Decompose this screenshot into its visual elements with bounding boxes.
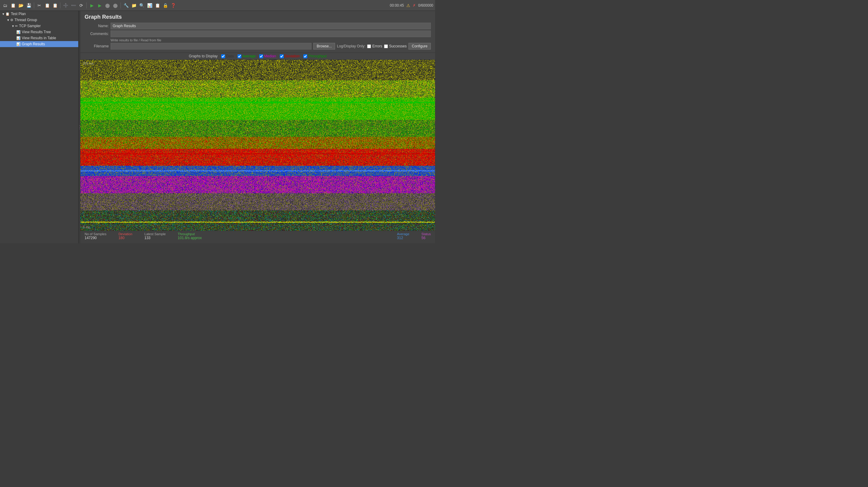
comments-input[interactable] (111, 31, 431, 37)
deviation-value: 180 (118, 236, 132, 240)
errors-label: Errors (372, 44, 382, 48)
status-value: 56 (422, 236, 431, 240)
toolbar-sep-4 (121, 2, 121, 8)
toolbar-sep-1 (34, 2, 34, 8)
sidebar-item-tcp-sampler[interactable]: ▼ ✏ TCP Sampler (0, 23, 78, 29)
toolbar-icon-open[interactable]: 📂 (18, 2, 24, 9)
toolbar-icon-remote-all[interactable]: 📁 (130, 2, 137, 9)
toolbar: 🗂 📋 📂 💾 ✂ 📋 📋 ➕ ➖ ⟳ ▶ ▶ ⬤ ⬤ 🔧 📁 🔍 📊 📋 🔒 … (0, 0, 435, 11)
toolbar-icon-copy[interactable]: 📋 (44, 2, 51, 9)
successes-checkbox-group: Successes (384, 44, 407, 48)
sidebar: ▼ 📋 Test Plan ▼ ⚙ Thread Group ▼ ✏ TCP S… (0, 11, 79, 244)
toolbar-icon-search[interactable]: 🔍 (138, 2, 145, 9)
sidebar-item-thread-group[interactable]: ▼ ⚙ Thread Group (0, 17, 78, 23)
panel-header: Graph Results Name: Comments: Write resu… (81, 11, 435, 53)
chart-canvas (81, 60, 435, 231)
toolbar-icon-paste[interactable]: 📋 (52, 2, 58, 9)
toolbar-sep-3 (86, 2, 87, 8)
samples-stat: No of Samples 147290 (85, 232, 106, 240)
toolbar-icon-lock[interactable]: 🔒 (162, 2, 168, 9)
deviation-checkbox[interactable] (280, 54, 284, 58)
deviation-checkbox-group: Deviation (280, 54, 300, 58)
toolbar-icon-templates[interactable]: 📋 (10, 2, 16, 9)
sidebar-item-view-results-tree[interactable]: 📊 View Results Tree (0, 29, 78, 35)
sidebar-item-label: TCP Sampler (19, 24, 41, 28)
toolbar-icon-assertion[interactable]: 📋 (154, 2, 161, 9)
toolbar-icon-new[interactable]: 🗂 (2, 2, 8, 9)
deviation-label: Deviation (118, 232, 132, 236)
deviation-label: Deviation (285, 54, 300, 58)
browse-button[interactable]: Browse... (313, 43, 335, 50)
thread-group-icon: ⚙ (10, 18, 13, 22)
sidebar-item-test-plan[interactable]: ▼ 📋 Test Plan (0, 11, 78, 17)
sidebar-item-view-results-table[interactable]: 📊 View Results in Table (0, 35, 78, 41)
average-value: 312 (397, 236, 409, 240)
toolbar-icon-save[interactable]: 💾 (25, 2, 32, 9)
toolbar-icon-remote[interactable]: 🔧 (123, 2, 129, 9)
filename-input[interactable] (111, 43, 311, 50)
toolbar-icon-collapse[interactable]: ➖ (70, 2, 77, 9)
results-tree-icon: 📊 (16, 30, 21, 34)
average-label: Average (397, 232, 409, 236)
name-label: Name: (85, 24, 109, 28)
samples-label: No of Samples (85, 232, 106, 236)
data-checkbox[interactable] (221, 54, 225, 58)
average-checkbox-group: Average (238, 54, 256, 58)
throughput-value: 101.8/s approx (178, 236, 202, 240)
deviation-stat: Deviation 180 (118, 232, 132, 240)
graphs-display-row: Graphs to Display Data Average Median De… (81, 53, 435, 60)
toolbar-icon-stop-now[interactable]: ⬤ (112, 2, 119, 9)
arrow-icon: ▼ (11, 25, 14, 28)
tcp-sampler-icon: ✏ (15, 24, 18, 28)
throughput-stat: Throughput 101.8/s approx (178, 232, 202, 240)
toolbar-icon-func-helper[interactable]: 📊 (146, 2, 153, 9)
data-label: Data (226, 54, 234, 58)
sidebar-item-label: View Results in Table (22, 36, 56, 40)
sidebar-item-graph-results[interactable]: 📊 Graph Results (0, 41, 78, 47)
median-checkbox-group: Median (259, 54, 276, 58)
latest-sample-stat: Latest Sample 133 (145, 232, 165, 240)
filename-row: Filename Browse... Log/Display Only: Err… (85, 43, 431, 50)
errors-checkbox[interactable] (367, 44, 371, 48)
successes-checkbox[interactable] (384, 44, 388, 48)
toolbar-icon-help[interactable]: ❓ (170, 2, 177, 9)
average-checkbox[interactable] (238, 54, 241, 58)
throughput-checkbox[interactable] (303, 54, 307, 58)
name-input[interactable] (111, 23, 431, 29)
status-label: Status (422, 232, 431, 236)
log-display-label: Log/Display Only: (337, 44, 365, 48)
graphs-to-display-label: Graphs to Display (189, 54, 218, 58)
main-layout: ▼ 📋 Test Plan ▼ ⚙ Thread Group ▼ ✏ TCP S… (0, 11, 435, 244)
sidebar-item-label: Thread Group (14, 18, 37, 22)
throughput-checkbox-group: Throughput (303, 54, 327, 58)
thread-count: 0/600000 (418, 3, 433, 7)
average-stat: Average 312 (397, 232, 409, 240)
data-checkbox-group: Data (221, 54, 234, 58)
latest-sample-value: 133 (145, 236, 165, 240)
throughput-label: Throughput (178, 232, 202, 236)
test-plan-icon: 📋 (5, 12, 10, 16)
toolbar-icon-stop[interactable]: ⬤ (104, 2, 111, 9)
y-axis-bottom-label: 0 ms (83, 225, 90, 229)
toolbar-icon-run[interactable]: ▶ (89, 2, 95, 9)
sidebar-item-label: Test Plan (11, 12, 26, 16)
warning-icon: ⚠ (406, 3, 410, 8)
toolbar-timer: 00:00:45 ⚠ ✗ 0/600000 (390, 3, 433, 8)
toolbar-icon-expand[interactable]: ➕ (62, 2, 69, 9)
error-icon: ✗ (413, 3, 416, 7)
right-panel: Graph Results Name: Comments: Write resu… (81, 11, 435, 244)
sidebar-item-label: Graph Results (22, 42, 45, 46)
errors-checkbox-group: Errors (367, 44, 382, 48)
latest-sample-label: Latest Sample (145, 232, 165, 236)
configure-button[interactable]: Configure (408, 43, 431, 50)
filename-label: Filename (85, 44, 109, 48)
average-label: Average (242, 54, 256, 58)
toolbar-sep-2 (60, 2, 60, 8)
median-checkbox[interactable] (259, 54, 263, 58)
chart-area: 293 ms 0 ms (81, 60, 435, 231)
toolbar-icon-toggle[interactable]: ⟳ (78, 2, 85, 9)
name-row: Name: (85, 23, 431, 29)
toolbar-icon-cut[interactable]: ✂ (36, 2, 42, 9)
toolbar-icon-run-no-pause[interactable]: ▶ (96, 2, 103, 9)
footer-stats: No of Samples 147290 Deviation 180 Lates… (81, 231, 435, 244)
